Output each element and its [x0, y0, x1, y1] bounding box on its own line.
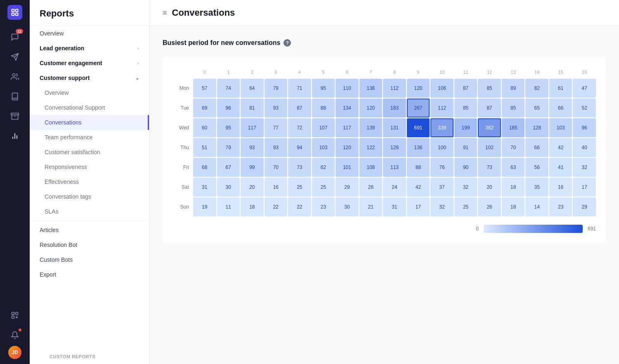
page-title: Conversations [172, 7, 235, 18]
outbound-nav-icon[interactable] [6, 48, 24, 66]
main-header: ≡ Conversations [149, 0, 619, 26]
main-body: Busiest period for new conversations ? 0… [149, 26, 619, 364]
heatmap-cell: 691 [407, 118, 430, 137]
heatmap-cell: 129 [383, 138, 406, 157]
nav-lead-generation[interactable]: Lead generation › [30, 41, 149, 56]
heatmap-cell: 47 [573, 79, 596, 98]
heatmap-cell: 16 [265, 178, 288, 197]
heatmap-cell: 52 [573, 99, 596, 117]
svg-point-6 [12, 74, 15, 77]
heatmap-cell: 85 [502, 99, 525, 117]
heatmap-cell: 136 [359, 79, 383, 98]
row-label-3: Thu [172, 138, 192, 157]
heatmap-cell: 56 [525, 158, 548, 177]
heatmap-cell: 68 [193, 158, 216, 177]
legend-max-label: 691 [588, 226, 596, 232]
nav-overview[interactable]: Overview [30, 26, 149, 41]
col-label-12: 12 [478, 66, 501, 78]
heatmap-cell: 88 [407, 158, 430, 177]
app-logo[interactable] [7, 5, 22, 20]
nav-export[interactable]: Export [30, 267, 149, 282]
nav-effectiveness[interactable]: Effectiveness [30, 174, 149, 189]
heatmap-grid: 012345678910111213141516Mon5774647971951… [172, 66, 596, 216]
contacts-nav-icon[interactable] [6, 68, 24, 86]
col-label-9: 9 [407, 66, 430, 78]
heatmap-cell: 267 [407, 99, 430, 117]
reports-nav-icon[interactable] [6, 127, 24, 145]
heatmap-cell: 117 [241, 118, 264, 137]
heatmap-cell: 29 [573, 197, 596, 216]
heatmap-cell: 106 [430, 79, 454, 98]
apps-nav-icon[interactable] [6, 306, 24, 324]
nav-customer-satisfaction[interactable]: Customer satisfaction [30, 145, 149, 160]
heatmap-cell: 107 [312, 118, 335, 137]
info-icon[interactable]: ? [284, 39, 291, 47]
heatmap-cell: 131 [383, 118, 406, 137]
heatmap-cell: 134 [335, 99, 359, 117]
heatmap-cell: 77 [265, 118, 288, 137]
nav-customer-engagement[interactable]: Customer engagement › [30, 56, 149, 70]
heatmap-cell: 20 [478, 178, 501, 197]
heatmap-cell: 11 [217, 197, 240, 216]
heatmap-cell: 31 [383, 197, 406, 216]
heatmap-cell: 91 [454, 138, 477, 157]
nav-team-performance[interactable]: Team performance [30, 130, 149, 145]
heatmap-cell: 66 [525, 138, 548, 157]
col-label-10: 10 [430, 66, 454, 78]
nav-slas[interactable]: SLAs [30, 204, 149, 219]
heatmap-cell: 99 [241, 158, 264, 177]
heatmap-cell: 199 [454, 118, 477, 137]
nav-conversations[interactable]: Conversations [30, 115, 149, 130]
notifications-nav-icon[interactable] [6, 326, 24, 344]
nav-conversational-support[interactable]: Conversational Support [30, 100, 149, 115]
heatmap-cell: 69 [193, 99, 216, 117]
nav-cs-overview[interactable]: Overview [30, 85, 149, 100]
heatmap-cell: 96 [217, 99, 240, 117]
heatmap-cell: 96 [573, 118, 596, 137]
col-label-15: 15 [549, 66, 572, 78]
nav-sidebar: Reports Overview Lead generation › Custo… [30, 0, 149, 364]
svg-rect-13 [16, 312, 18, 315]
row-label-4: Fri [172, 158, 192, 177]
nav-conversation-tags[interactable]: Conversation tags [30, 189, 149, 204]
inbox2-nav-icon[interactable] [6, 107, 24, 125]
heatmap-cell: 108 [359, 158, 383, 177]
heatmap-cell: 26 [478, 197, 501, 216]
heatmap-cell: 102 [478, 138, 501, 157]
icon-sidebar: 12 [0, 0, 30, 364]
heatmap-cell: 103 [549, 118, 572, 137]
nav-custom-bots[interactable]: Custom Bots [30, 252, 149, 267]
nav-responsiveness[interactable]: Responsiveness [30, 160, 149, 174]
hamburger-icon[interactable]: ≡ [163, 9, 167, 17]
heatmap-cell: 42 [407, 178, 430, 197]
svg-rect-14 [12, 316, 14, 319]
heatmap-cell: 23 [549, 197, 572, 216]
inbox-nav-icon[interactable]: 12 [6, 28, 24, 46]
nav-customer-support[interactable]: Customer support ⌄ [30, 70, 149, 85]
heatmap-cell: 14 [525, 197, 548, 216]
heatmap-cell: 25 [454, 197, 477, 216]
heatmap-corner [172, 66, 192, 78]
heatmap-cell: 40 [573, 138, 596, 157]
svg-rect-2 [12, 13, 14, 16]
heatmap-cell: 89 [502, 79, 525, 98]
nav-articles[interactable]: Articles [30, 223, 149, 237]
heatmap-cell: 25 [312, 178, 335, 197]
heatmap-cell: 120 [359, 99, 383, 117]
heatmap-cell: 73 [478, 158, 501, 177]
nav-sidebar-title: Reports [30, 0, 149, 26]
heatmap-cell: 17 [407, 197, 430, 216]
col-label-5: 5 [312, 66, 335, 78]
heatmap-cell: 29 [335, 178, 359, 197]
user-avatar[interactable]: JD [8, 346, 21, 359]
knowledge-nav-icon[interactable] [6, 87, 24, 106]
col-label-3: 3 [265, 66, 288, 78]
heatmap-cell: 183 [383, 99, 406, 117]
heatmap-cell: 93 [241, 138, 264, 157]
col-label-16: 16 [573, 66, 596, 78]
heatmap-cell: 87 [288, 99, 311, 117]
heatmap-cell: 42 [549, 138, 572, 157]
heatmap-cell: 139 [359, 118, 383, 137]
nav-resolution-bot[interactable]: Resolution Bot [30, 237, 149, 252]
heatmap-cell: 88 [312, 99, 335, 117]
